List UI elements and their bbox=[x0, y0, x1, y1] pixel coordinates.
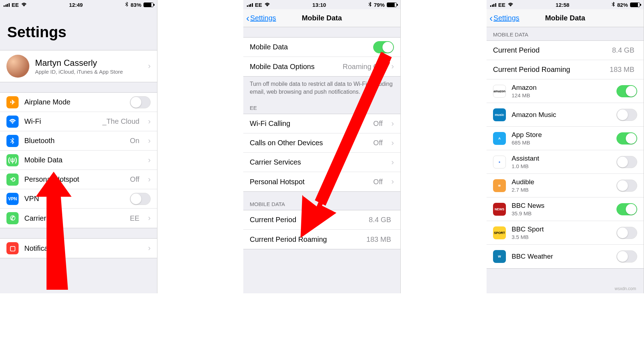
app-row[interactable]: SPORTBBC Sport3.5 MB bbox=[487, 221, 644, 245]
bluetooth-row[interactable]: Bluetooth On › bbox=[0, 131, 157, 151]
chevron-right-icon: › bbox=[391, 62, 394, 71]
carrier-row[interactable]: ✆ Carrier EE › bbox=[0, 209, 157, 228]
mobile-data-row[interactable]: (ψ) Mobile Data › bbox=[0, 151, 157, 170]
chevron-right-icon: › bbox=[391, 177, 394, 186]
watermark: wsxdn.com bbox=[615, 286, 636, 291]
chevron-right-icon: › bbox=[148, 175, 151, 184]
chevron-left-icon: ‹ bbox=[246, 13, 249, 23]
signal-icon bbox=[4, 3, 10, 7]
airplane-mode-row[interactable]: ✈︎ Airplane Mode bbox=[0, 93, 157, 112]
screen-settings-root: EE 12:49 83% Settings Martyn Casserly Ap… bbox=[0, 0, 157, 293]
app-name: BBC Sport bbox=[512, 225, 611, 233]
chevron-right-icon: › bbox=[148, 156, 151, 165]
app-toggle[interactable] bbox=[616, 180, 637, 192]
battery-icon bbox=[630, 3, 640, 7]
app-row[interactable]: ●Assistant1.0 MB bbox=[487, 150, 644, 174]
app-usage: 685 MB bbox=[512, 140, 611, 146]
app-name: App Store bbox=[512, 131, 611, 139]
wifi-icon bbox=[21, 2, 27, 8]
mobile-data-options-row[interactable]: Mobile Data Options Roaming Off › bbox=[243, 57, 400, 76]
app-toggle[interactable] bbox=[616, 132, 637, 145]
section-footer: Turn off mobile data to restrict all dat… bbox=[243, 77, 400, 101]
profile-name: Martyn Casserly bbox=[35, 58, 142, 68]
app-row[interactable]: WBBC Weather bbox=[487, 245, 644, 268]
vpn-toggle[interactable] bbox=[130, 193, 151, 205]
back-button[interactable]: ‹ Settings bbox=[489, 13, 519, 23]
notifications-icon: ▢ bbox=[6, 242, 19, 254]
airplane-toggle[interactable] bbox=[130, 96, 151, 108]
hotspot-value: Off bbox=[130, 175, 139, 184]
app-icon: amazon bbox=[493, 85, 506, 98]
app-row[interactable]: ≋Audible2.7 MB bbox=[487, 174, 644, 197]
wifi-icon bbox=[6, 116, 19, 128]
nav-title: Mobile Data bbox=[545, 14, 585, 22]
app-row[interactable]: AApp Store685 MB bbox=[487, 127, 644, 150]
current-period-roaming-row: Current Period Roaming 183 MB bbox=[487, 60, 644, 79]
mobile-data-toggle[interactable] bbox=[373, 41, 394, 53]
chevron-right-icon: › bbox=[391, 138, 394, 148]
wifi-icon bbox=[264, 2, 270, 8]
battery-icon bbox=[143, 3, 153, 7]
current-period-roaming-row: Current Period Roaming 183 MB bbox=[243, 230, 400, 249]
calls-other-devices-row[interactable]: Calls on Other Devices Off › bbox=[243, 133, 400, 153]
wifi-calling-row[interactable]: Wi-Fi Calling Off › bbox=[243, 114, 400, 133]
app-toggle[interactable] bbox=[616, 203, 637, 215]
antenna-icon: (ψ) bbox=[6, 154, 19, 166]
screen-mobile-data-usage: EE 12:58 82% ‹ Settings Mobile Data MOBI… bbox=[487, 0, 644, 293]
bluetooth-value: On bbox=[130, 137, 140, 145]
app-toggle[interactable] bbox=[616, 227, 637, 239]
battery-percent: 83% bbox=[131, 2, 141, 8]
app-toggle[interactable] bbox=[616, 250, 637, 263]
app-icon: W bbox=[493, 250, 506, 263]
nav-bar: ‹ Settings Mobile Data bbox=[487, 9, 644, 27]
chevron-right-icon: › bbox=[148, 136, 151, 146]
phone-icon: ✆ bbox=[6, 212, 19, 224]
bluetooth-icon bbox=[125, 2, 128, 8]
avatar bbox=[6, 55, 29, 78]
mobile-data-toggle-row[interactable]: Mobile Data bbox=[243, 38, 400, 57]
chevron-right-icon: › bbox=[148, 214, 151, 223]
app-name: Amazon bbox=[512, 84, 611, 92]
screen-mobile-data: EE 13:10 79% ‹ Settings Mobile Data Mobi… bbox=[243, 0, 401, 293]
back-button[interactable]: ‹ Settings bbox=[246, 13, 276, 23]
personal-hotspot-row[interactable]: ⟲ Personal Hotspot Off › bbox=[0, 170, 157, 189]
bluetooth-icon bbox=[369, 2, 372, 8]
app-row[interactable]: NEWSBBC News35.9 MB bbox=[487, 197, 644, 221]
app-usage: 35.9 MB bbox=[512, 210, 611, 216]
app-icon: ● bbox=[493, 156, 506, 168]
notifications-row[interactable]: ▢ Notifications › bbox=[0, 239, 157, 258]
app-usage: 3.5 MB bbox=[512, 234, 611, 240]
app-icon: NEWS bbox=[493, 203, 506, 216]
app-name: Assistant bbox=[512, 155, 611, 162]
personal-hotspot-row[interactable]: Personal Hotspot Off › bbox=[243, 172, 400, 191]
section-header-ee: EE bbox=[243, 101, 400, 114]
bluetooth-icon bbox=[6, 135, 19, 147]
apple-id-row[interactable]: Martyn Casserly Apple ID, iCloud, iTunes… bbox=[0, 50, 157, 82]
app-icon: ≋ bbox=[493, 179, 506, 192]
vpn-row[interactable]: VPN VPN bbox=[0, 189, 157, 209]
section-header-mobile-data: MOBILE DATA bbox=[487, 27, 644, 40]
status-time: 13:10 bbox=[312, 2, 326, 8]
app-row[interactable]: amazonAmazon124 MB bbox=[487, 79, 644, 103]
profile-sub: Apple ID, iCloud, iTunes & App Store bbox=[35, 69, 142, 75]
battery-icon bbox=[387, 3, 397, 7]
app-name: Amazon Music bbox=[512, 111, 611, 119]
app-name: BBC News bbox=[512, 202, 611, 210]
app-icon: A bbox=[493, 132, 506, 145]
app-toggle[interactable] bbox=[616, 156, 637, 168]
status-bar: EE 13:10 79% bbox=[243, 0, 400, 9]
page-title: Settings bbox=[0, 9, 157, 45]
chevron-left-icon: ‹ bbox=[489, 13, 493, 23]
app-usage: 1.0 MB bbox=[512, 163, 611, 169]
carrier-label: EE bbox=[255, 2, 262, 8]
chevron-right-icon: › bbox=[391, 158, 394, 167]
app-name: Audible bbox=[512, 178, 611, 186]
wifi-row[interactable]: Wi-Fi _The Cloud › bbox=[0, 112, 157, 131]
carrier-services-row[interactable]: Carrier Services › bbox=[243, 153, 400, 172]
app-row[interactable]: musicAmazon Music bbox=[487, 103, 644, 127]
app-toggle[interactable] bbox=[616, 109, 637, 121]
app-toggle[interactable] bbox=[616, 85, 637, 97]
chevron-right-icon: › bbox=[148, 117, 151, 126]
current-period-row: Current Period 8.4 GB bbox=[243, 210, 400, 230]
nav-title: Mobile Data bbox=[302, 14, 342, 22]
